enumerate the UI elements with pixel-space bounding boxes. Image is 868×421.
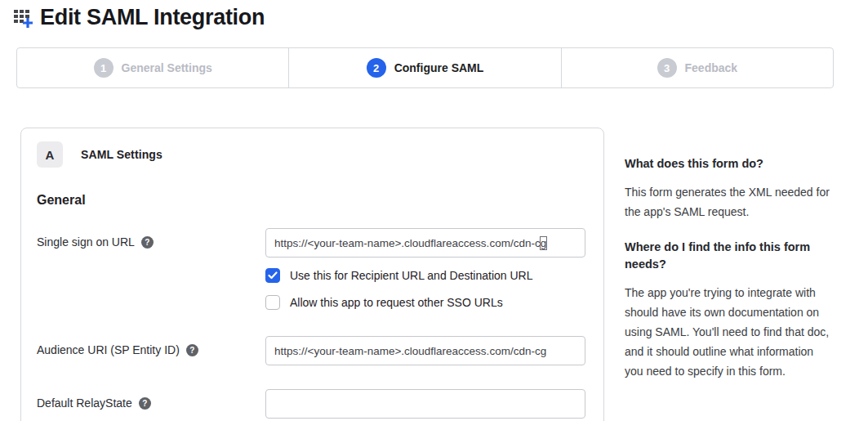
sso-url-label-col: Single sign on URL ? xyxy=(37,228,265,249)
step-number-badge: 2 xyxy=(367,58,386,78)
app-grid-add-icon xyxy=(13,7,38,32)
relay-state-help-icon[interactable]: ? xyxy=(139,397,151,410)
general-group-heading: General xyxy=(37,193,584,208)
recipient-url-checkbox[interactable] xyxy=(265,268,280,283)
help-sidebar: What does this form do? This form genera… xyxy=(625,155,832,398)
relay-state-input[interactable] xyxy=(265,389,585,419)
step-label: Feedback xyxy=(685,61,738,74)
help-body: This form generates the XML needed for t… xyxy=(625,182,832,222)
help-heading: What does this form do? xyxy=(625,155,832,172)
section-title: SAML Settings xyxy=(81,148,162,161)
sso-url-input[interactable]: https://<your-team-name>.cloudflareacces… xyxy=(265,228,585,258)
other-sso-urls-checkbox-label: Allow this app to request other SSO URLs xyxy=(290,296,503,309)
audience-uri-help-icon[interactable]: ? xyxy=(186,344,198,356)
sso-url-input-value: https://<your-team-name>.cloudflareacces… xyxy=(274,237,541,249)
recipient-url-checkbox-row[interactable]: Use this for Recipient URL and Destinati… xyxy=(265,268,585,283)
help-heading: Where do I find the info this form needs… xyxy=(625,239,832,273)
step-feedback[interactable]: 3 Feedback xyxy=(561,48,833,87)
audience-uri-input[interactable]: https://<your-team-name>.cloudflareacces… xyxy=(265,336,585,365)
step-label: General Settings xyxy=(122,61,212,74)
relay-state-row: Default RelayState ? If no value is set,… xyxy=(37,389,584,421)
section-header: A SAML Settings xyxy=(37,141,584,168)
step-configure-saml[interactable]: 2 Configure SAML xyxy=(288,48,560,87)
step-general-settings[interactable]: 1 General Settings xyxy=(17,48,288,87)
recipient-url-checkbox-label: Use this for Recipient URL and Destinati… xyxy=(290,269,533,282)
saml-settings-card: A SAML Settings General Single sign on U… xyxy=(20,128,604,421)
check-icon xyxy=(268,271,278,280)
audience-uri-label: Audience URI (SP Entity ID) xyxy=(37,343,180,356)
step-label: Configure SAML xyxy=(394,61,484,74)
audience-uri-row: Audience URI (SP Entity ID) ? https://<y… xyxy=(37,336,584,365)
sso-url-help-icon[interactable]: ? xyxy=(141,236,154,249)
sso-url-row: Single sign on URL ? https://<your-team-… xyxy=(37,228,584,310)
sso-url-value-col: https://<your-team-name>.cloudflareacces… xyxy=(265,228,585,310)
step-number-badge: 3 xyxy=(657,58,677,78)
relay-state-value-col: If no value is set, a blank RelayState i… xyxy=(265,389,585,421)
relay-state-label: Default RelayState xyxy=(37,396,132,410)
other-sso-urls-checkbox[interactable] xyxy=(265,295,280,310)
sso-url-label: Single sign on URL xyxy=(37,235,135,249)
step-number-badge: 1 xyxy=(94,58,114,78)
help-body: The app you're trying to integrate with … xyxy=(625,283,832,381)
help-section-what: What does this form do? This form genera… xyxy=(625,155,832,222)
help-section-where: Where do I find the info this form needs… xyxy=(625,239,832,381)
audience-uri-label-col: Audience URI (SP Entity ID) ? xyxy=(37,336,265,356)
section-badge: A xyxy=(37,141,63,168)
other-sso-urls-checkbox-row[interactable]: Allow this app to request other SSO URLs xyxy=(265,295,585,310)
page-title: Edit SAML Integration xyxy=(40,5,265,30)
audience-uri-input-value: https://<your-team-name>.cloudflareacces… xyxy=(274,345,546,357)
relay-state-label-col: Default RelayState ? xyxy=(37,389,265,410)
wizard-steps-bar: 1 General Settings 2 Configure SAML 3 Fe… xyxy=(16,47,834,88)
page-header: Edit SAML Integration xyxy=(13,5,265,30)
audience-uri-value-col: https://<your-team-name>.cloudflareacces… xyxy=(265,336,585,365)
text-cursor: g xyxy=(541,237,547,249)
